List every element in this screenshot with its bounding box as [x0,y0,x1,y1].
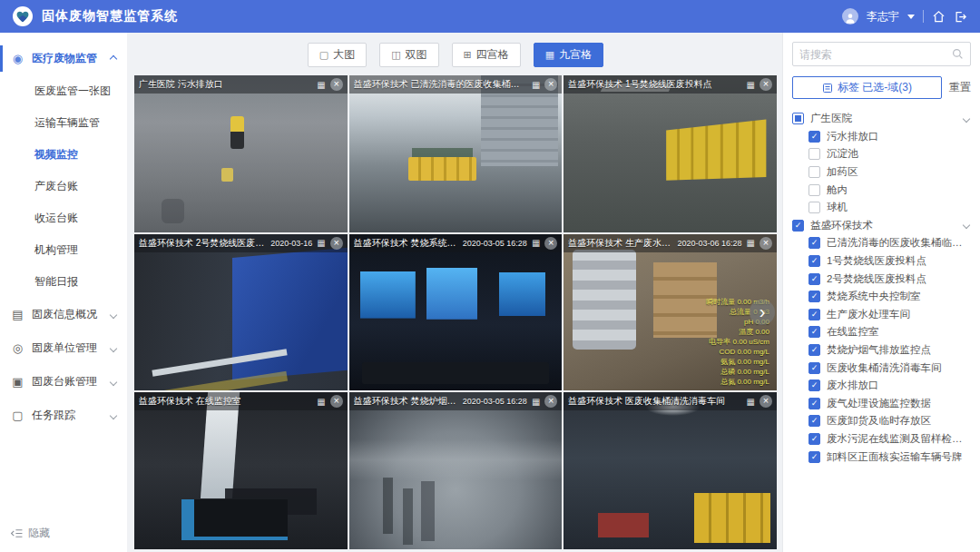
close-icon[interactable]: × [544,78,557,91]
checkbox-checked[interactable] [808,433,820,445]
camera-osd-timestamp: 2020-03-05 16:28 [463,397,527,406]
checkbox-checked[interactable] [808,326,820,338]
checkbox-unchecked[interactable] [808,166,820,178]
checkbox-checked[interactable] [808,255,820,267]
sidebar-collapse-button[interactable]: 隐藏 [11,526,50,541]
checkbox-indeterminate[interactable] [792,113,804,124]
camera-feed[interactable]: 益盛环保技术 1号焚烧线医废投料点▦× [564,75,777,232]
checkbox-unchecked[interactable] [808,202,820,213]
chevron-down-icon[interactable] [907,15,915,19]
grid-view-icon[interactable]: ▦ [747,238,755,248]
checkbox-unchecked[interactable] [808,148,820,160]
grid-view-icon[interactable]: ▦ [747,80,755,90]
tree-item[interactable]: 在线监控室 [792,323,971,341]
logout-icon[interactable] [954,10,967,24]
tree-item[interactable]: 卸料区正面核实运输车辆号牌 [792,448,971,466]
view-button-双图[interactable]: ◫双图 [379,43,438,67]
close-icon[interactable]: × [760,237,772,250]
grid-view-icon[interactable]: ▦ [747,397,755,407]
checkbox-checked[interactable] [792,220,804,232]
tree-item[interactable]: 生产废水处理车间 [792,306,971,324]
camera-feed-title: 益盛环保技术 1号焚烧线医废投料点 [568,78,741,91]
tree-group[interactable]: 益盛环保技术 [792,217,971,235]
camera-feed[interactable]: 广生医院 污水排放口▦× [134,75,348,232]
tree-item[interactable]: 已清洗消毒的医废收集桶临时存放点 [792,234,971,252]
tree-item[interactable]: 沉淀池 [792,145,971,163]
camera-feed[interactable]: 益盛环保技术 2号焚烧线医废投料点2020-03-16▦× [134,234,348,391]
chevron-down-icon[interactable] [963,115,970,123]
home-icon[interactable] [932,10,946,24]
camera-feed[interactable]: 益盛环保技术 焚烧炉烟气排放监控点2020-03-05 16:28▦× [349,392,563,549]
tree-item[interactable]: 医废收集桶清洗消毒车间 [792,359,971,377]
grid-view-icon[interactable]: ▦ [317,397,325,407]
close-icon[interactable]: × [760,78,772,91]
sidebar-subitem[interactable]: 产废台账 [0,171,127,202]
sidebar-group-2[interactable]: ◎固废单位管理 [0,331,127,365]
sidebar-group-0[interactable]: ◉医疗废物监管 [0,42,127,75]
tree-item[interactable]: 2号焚烧线医废投料点 [792,270,971,288]
tree-item[interactable]: 废气处理设施监控数据 [792,395,971,413]
tree-item[interactable]: 焚烧炉烟气排放监控点 [792,341,971,360]
camera-feed[interactable]: 益盛环保技术 生产废水处理车间2020-03-06 16:28▦×瞬时流量 0.… [564,234,777,391]
tree-item[interactable]: 医废卸货及临时存放区 [792,412,971,430]
grid-view-icon[interactable]: ▦ [532,80,540,90]
sidebar-subitem[interactable]: 收运台账 [0,202,127,234]
tree-item[interactable]: 焚烧系统中央控制室 [792,288,971,306]
sidebar-group-1[interactable]: ▤固废信息概况 [0,298,127,331]
tree-item[interactable]: 球机 [792,199,971,217]
search-input[interactable] [799,48,947,61]
chevron-down-icon[interactable] [963,222,970,229]
view-button-大图[interactable]: ▢大图 [308,43,367,67]
close-icon[interactable]: × [544,395,557,408]
search-icon[interactable] [952,48,964,60]
tree-item-label: 医废收集桶清洗消毒车间 [827,361,971,375]
checkbox-checked[interactable] [808,237,820,249]
close-icon[interactable]: × [330,237,343,250]
reset-button[interactable]: 重置 [949,80,971,95]
tree-group[interactable]: 广生医院 [792,110,971,128]
tree-item[interactable]: 1号焚烧线医废投料点 [792,252,971,271]
checkbox-unchecked[interactable] [808,184,820,196]
checkbox-checked[interactable] [808,398,820,409]
tree-item[interactable]: 废水污泥在线监测及留样检测室 [792,430,971,448]
grid-view-icon[interactable]: ▦ [317,238,325,248]
camera-feed[interactable]: 益盛环保技术 在线监控室▦× [134,392,348,549]
tree-item[interactable]: 污水排放口 [792,128,971,146]
grid-view-icon[interactable]: ▦ [532,397,540,407]
avatar-icon[interactable] [842,8,858,25]
camera-feed[interactable]: 益盛环保技术 焚烧系统中央控制室2020-03-05 16:28▦× [349,234,563,391]
close-icon[interactable]: × [330,395,343,408]
sidebar-subitem[interactable]: 智能日报 [0,266,127,298]
close-icon[interactable]: × [330,78,343,91]
tree-item[interactable]: 废水排放口 [792,377,971,395]
checkbox-checked[interactable] [808,309,820,320]
sidebar-subitem[interactable]: 运输车辆监管 [0,107,127,139]
view-button-四宫格[interactable]: ⊞四宫格 [452,43,521,67]
checkbox-checked[interactable] [808,415,820,427]
camera-feed[interactable]: 益盛环保技术 医废收集桶清洗消毒车间▦× [564,392,777,549]
checkbox-checked[interactable] [808,291,820,302]
view-button-label: 双图 [406,47,427,63]
tree-item[interactable]: 加药区 [792,163,971,182]
sidebar-subitem[interactable]: 机构管理 [0,234,127,266]
user-name[interactable]: 李志宇 [867,9,899,25]
tree-item[interactable]: 舱内 [792,181,971,199]
checkbox-checked[interactable] [808,273,820,285]
next-page-arrow[interactable]: › [750,300,775,325]
camera-feed[interactable]: 益盛环保技术 已清洗消毒的医废收集桶临时存放点▦× [349,75,563,232]
tag-filter-button[interactable]: 标签 已选-域(3) [792,76,942,99]
sidebar-group-4[interactable]: ▢任务跟踪 [0,399,127,432]
grid-view-icon[interactable]: ▦ [532,238,540,248]
close-icon[interactable]: × [760,395,772,408]
sidebar-group-3[interactable]: ▣固废台账管理 [0,365,127,399]
checkbox-checked[interactable] [808,344,820,356]
view-button-九宫格[interactable]: ▦九宫格 [534,43,603,67]
checkbox-checked[interactable] [808,451,820,463]
close-icon[interactable]: × [544,237,557,250]
checkbox-checked[interactable] [808,131,820,143]
checkbox-checked[interactable] [808,380,820,391]
checkbox-checked[interactable] [808,362,820,374]
grid-view-icon[interactable]: ▦ [317,80,325,90]
sidebar-subitem[interactable]: 医废监管一张图 [0,75,127,107]
sidebar-subitem[interactable]: 视频监控 [0,139,127,171]
